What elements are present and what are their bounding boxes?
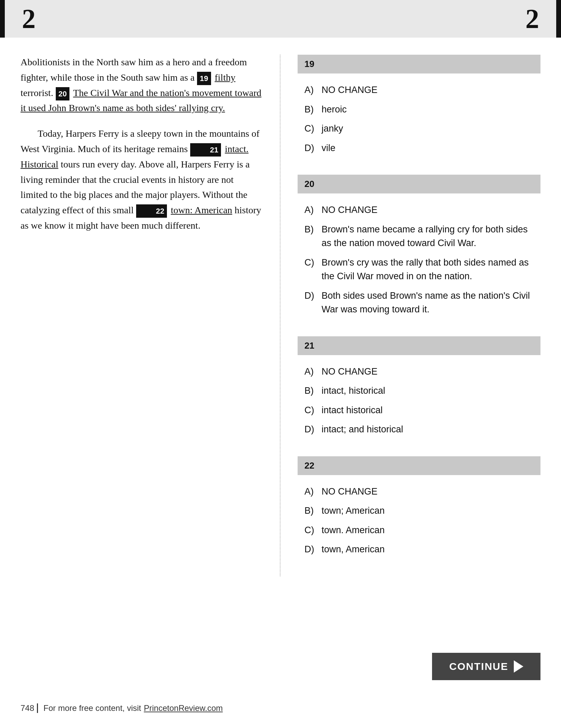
choice-letter-19a: A)	[304, 83, 322, 97]
question-block-19: 19 A) NO CHANGE B) heroic C) janky D) vi…	[298, 55, 540, 158]
answer-19-b[interactable]: B) heroic	[298, 100, 540, 119]
choice-letter-21d: D)	[304, 422, 322, 436]
footer-link[interactable]: PrincetonReview.com	[144, 702, 223, 714]
answer-20-d[interactable]: D) Both sides used Brown's name as the n…	[298, 286, 540, 319]
header-section-right: 2	[515, 0, 549, 38]
answer-19-a[interactable]: A) NO CHANGE	[298, 80, 540, 100]
passage-text-1a: Abolitionists in the North saw him as a …	[21, 57, 247, 83]
question-block-21: 21 A) NO CHANGE B) intact, historical C)…	[298, 336, 540, 439]
passage-text-1b: terrorist.	[21, 87, 56, 98]
choice-letter-20c: C)	[304, 256, 322, 270]
section-number-right: 2	[525, 5, 539, 32]
question-number-21: 21	[304, 340, 314, 351]
choice-text-20d: Both sides used Brown's name as the nati…	[322, 289, 534, 316]
choice-letter-21a: A)	[304, 365, 322, 379]
passage-text-2a: Today, Harpers Ferry is a sleepy town in…	[21, 128, 260, 154]
question-block-20: 20 A) NO CHANGE B) Brown's name became a…	[298, 175, 540, 319]
choice-letter-20d: D)	[304, 289, 322, 303]
answer-22-d[interactable]: D) town, American	[298, 540, 540, 559]
question-badge-21: 21	[190, 143, 221, 157]
choice-text-21c: intact historical	[322, 403, 534, 417]
choice-letter-20a: A)	[304, 203, 322, 217]
choice-text-22c: town. American	[322, 523, 534, 537]
answer-22-c[interactable]: C) town. American	[298, 521, 540, 540]
answer-21-b[interactable]: B) intact, historical	[298, 381, 540, 401]
answer-22-a[interactable]: A) NO CHANGE	[298, 482, 540, 501]
choice-text-19a: NO CHANGE	[322, 83, 534, 97]
answer-21-c[interactable]: C) intact historical	[298, 401, 540, 420]
choice-text-20b: Brown's name became a rallying cry for b…	[322, 223, 534, 250]
question-badge-20: 20	[56, 87, 69, 100]
answer-21-d[interactable]: D) intact; and historical	[298, 420, 540, 439]
choice-letter-22b: B)	[304, 504, 322, 518]
page-header: 2 2	[0, 0, 561, 38]
question-block-22: 22 A) NO CHANGE B) town; American C) tow…	[298, 456, 540, 559]
question-header-22: 22	[298, 456, 540, 475]
continue-label: CONTINUE	[449, 661, 508, 672]
continue-area: CONTINUE	[432, 653, 540, 680]
question-number-22: 22	[304, 460, 314, 471]
choice-letter-22a: A)	[304, 485, 322, 499]
choice-text-20c: Brown's cry was the rally that both side…	[322, 256, 534, 283]
page-footer: 748 For more free content, visit Princet…	[21, 702, 223, 714]
footer-divider	[37, 703, 38, 713]
passage-word-filthy: filthy	[215, 72, 236, 83]
choice-letter-19c: C)	[304, 122, 322, 136]
answer-20-a[interactable]: A) NO CHANGE	[298, 200, 540, 220]
passage-paragraph-1: Abolitionists in the North saw him as a …	[21, 55, 263, 116]
passage-column: Abolitionists in the North saw him as a …	[21, 55, 280, 576]
choice-letter-21b: B)	[304, 384, 322, 398]
choice-letter-21c: C)	[304, 403, 322, 417]
question-badge-22: 22	[136, 204, 167, 218]
choice-text-20a: NO CHANGE	[322, 203, 534, 217]
choice-text-22a: NO CHANGE	[322, 485, 534, 499]
page-number: 748	[21, 702, 34, 714]
header-black-bar-left	[0, 0, 5, 38]
question-number-19: 19	[304, 59, 314, 69]
continue-arrow-icon	[514, 660, 523, 673]
answer-22-b[interactable]: B) town; American	[298, 501, 540, 521]
choice-text-21d: intact; and historical	[322, 422, 534, 436]
header-section-left: 2	[12, 0, 46, 38]
answer-19-c[interactable]: C) janky	[298, 119, 540, 138]
footer-text: For more free content, visit	[43, 702, 141, 714]
questions-column: 19 A) NO CHANGE B) heroic C) janky D) vi…	[280, 55, 540, 576]
answer-21-a[interactable]: A) NO CHANGE	[298, 362, 540, 381]
choice-letter-22c: C)	[304, 523, 322, 537]
main-content: Abolitionists in the North saw him as a …	[0, 55, 561, 576]
choice-text-22b: town; American	[322, 504, 534, 518]
choice-letter-22d: D)	[304, 542, 322, 556]
question-header-20: 20	[298, 175, 540, 193]
question-header-21: 21	[298, 336, 540, 355]
question-badge-19: 19	[197, 72, 211, 85]
choice-letter-19b: B)	[304, 103, 322, 117]
choice-text-19b: heroic	[322, 103, 534, 117]
question-header-19: 19	[298, 55, 540, 73]
choice-text-19d: vile	[322, 141, 534, 155]
continue-button[interactable]: CONTINUE	[432, 653, 540, 680]
answer-19-d[interactable]: D) vile	[298, 138, 540, 158]
answer-20-b[interactable]: B) Brown's name became a rallying cry fo…	[298, 220, 540, 253]
header-black-bar-right	[556, 0, 561, 38]
answer-20-c[interactable]: C) Brown's cry was the rally that both s…	[298, 253, 540, 286]
choice-text-21b: intact, historical	[322, 384, 534, 398]
passage-underlined-22: town: American	[171, 205, 232, 215]
choice-text-19c: janky	[322, 122, 534, 136]
choice-letter-20b: B)	[304, 223, 322, 237]
section-number-left: 2	[22, 5, 36, 32]
question-number-20: 20	[304, 179, 314, 189]
choice-letter-19d: D)	[304, 141, 322, 155]
choice-text-21a: NO CHANGE	[322, 365, 534, 379]
choice-text-22d: town, American	[322, 542, 534, 556]
passage-paragraph-2: Today, Harpers Ferry is a sleepy town in…	[21, 126, 263, 233]
